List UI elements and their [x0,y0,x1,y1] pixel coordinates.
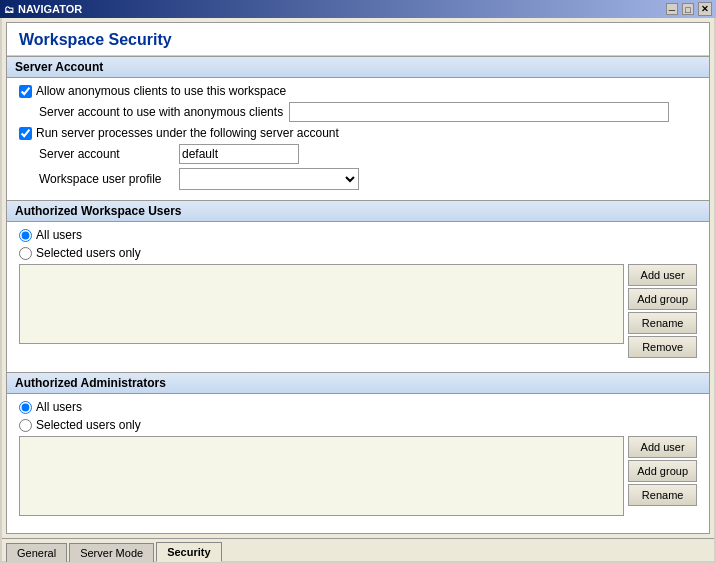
authorized-workspace-users-header: Authorized Workspace Users [7,200,709,222]
workspace-user-profile-label: Workspace user profile [39,172,179,186]
admin-users-list-container: Add user Add group Rename [19,436,697,516]
authorized-admins-content: All users Selected users only Add user A… [7,394,709,530]
allow-anonymous-row: Allow anonymous clients to use this work… [19,84,697,98]
run-server-processes-row: Run server processes under the following… [19,126,697,140]
server-account-label: Server account [39,147,179,161]
workspace-user-profile-select[interactable] [179,168,359,190]
maximize-button[interactable]: □ [682,3,694,15]
page-title: Workspace Security [7,23,709,56]
selected-users-radio-row-ws: Selected users only [19,246,697,260]
navigator-icon: 🗂 [4,4,14,15]
all-users-radio-ws[interactable] [19,229,32,242]
server-account-anon-label: Server account to use with anonymous cli… [39,105,289,119]
main-scroll-area: Server Account Allow anonymous clients t… [7,56,709,533]
all-users-label-ws: All users [36,228,82,242]
server-account-header: Server Account [7,56,709,78]
tab-server-mode[interactable]: Server Mode [69,543,154,562]
server-account-row: Server account [39,144,697,164]
admin-add-group-button[interactable]: Add group [628,460,697,482]
allow-anonymous-checkbox[interactable] [19,85,32,98]
admin-add-user-button[interactable]: Add user [628,436,697,458]
title-bar: 🗂 NAVIGATOR ─ □ ✕ [0,0,716,18]
admin-users-buttons: Add user Add group Rename [628,436,697,516]
workspace-remove-button[interactable]: Remove [628,336,697,358]
workspace-user-profile-row: Workspace user profile [39,168,697,190]
window-body: Workspace Security Server Account Allow … [0,18,716,563]
server-account-anon-input[interactable] [289,102,669,122]
workspace-add-group-button[interactable]: Add group [628,288,697,310]
all-users-label-admin: All users [36,400,82,414]
workspace-rename-button[interactable]: Rename [628,312,697,334]
workspace-users-buttons: Add user Add group Rename Remove [628,264,697,358]
run-server-processes-label: Run server processes under the following… [36,126,339,140]
tab-bar: General Server Mode Security [2,538,714,561]
tab-server-mode-label: Server Mode [80,547,143,559]
workspace-add-user-button[interactable]: Add user [628,264,697,286]
tab-general-label: General [17,547,56,559]
all-users-radio-row-admin: All users [19,400,697,414]
selected-users-radio-ws[interactable] [19,247,32,260]
tab-security-label: Security [167,546,210,558]
selected-users-label-admin: Selected users only [36,418,141,432]
all-users-radio-admin[interactable] [19,401,32,414]
tab-security[interactable]: Security [156,542,221,562]
selected-users-radio-row-admin: Selected users only [19,418,697,432]
server-account-input[interactable] [179,144,299,164]
authorized-workspace-users-section: Authorized Workspace Users All users Sel… [7,200,709,372]
selected-users-label-ws: Selected users only [36,246,141,260]
server-account-anon-row: Server account to use with anonymous cli… [39,102,697,122]
authorized-admins-header: Authorized Administrators [7,372,709,394]
server-account-section: Server Account Allow anonymous clients t… [7,56,709,200]
admin-users-list[interactable] [19,436,624,516]
run-server-processes-checkbox[interactable] [19,127,32,140]
close-button[interactable]: ✕ [698,2,712,16]
authorized-workspace-users-content: All users Selected users only Add user A… [7,222,709,372]
tab-general[interactable]: General [6,543,67,562]
allow-anonymous-label: Allow anonymous clients to use this work… [36,84,286,98]
workspace-users-list[interactable] [19,264,624,344]
workspace-users-list-container: Add user Add group Rename Remove [19,264,697,358]
title-bar-label: NAVIGATOR [18,3,662,15]
authorized-admins-section: Authorized Administrators All users Sele… [7,372,709,530]
minimize-button[interactable]: ─ [666,3,678,15]
content-area: Workspace Security Server Account Allow … [6,22,710,534]
selected-users-radio-admin[interactable] [19,419,32,432]
admin-rename-button[interactable]: Rename [628,484,697,506]
server-account-content: Allow anonymous clients to use this work… [7,78,709,200]
all-users-radio-row-ws: All users [19,228,697,242]
